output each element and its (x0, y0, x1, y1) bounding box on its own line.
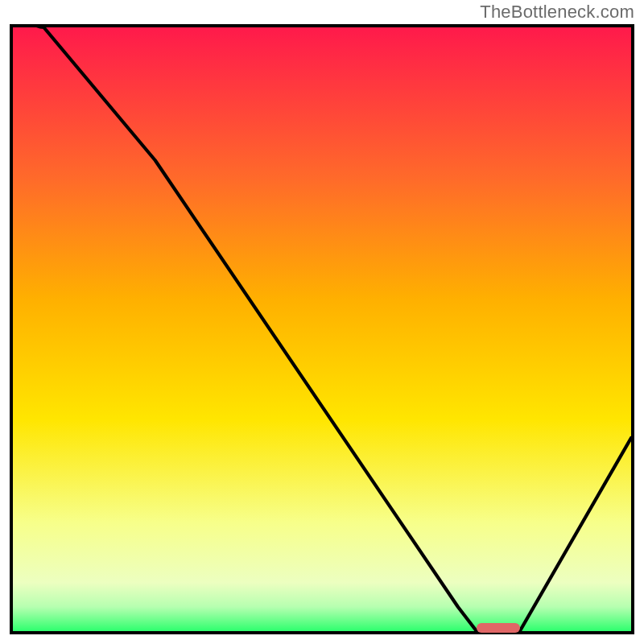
attribution-text: TheBottleneck.com (480, 2, 634, 23)
optimum-marker (477, 623, 520, 633)
chart-frame: TheBottleneck.com (0, 0, 644, 644)
plot-area (10, 24, 634, 634)
gradient-background (13, 27, 631, 631)
svg-rect-0 (13, 27, 631, 631)
